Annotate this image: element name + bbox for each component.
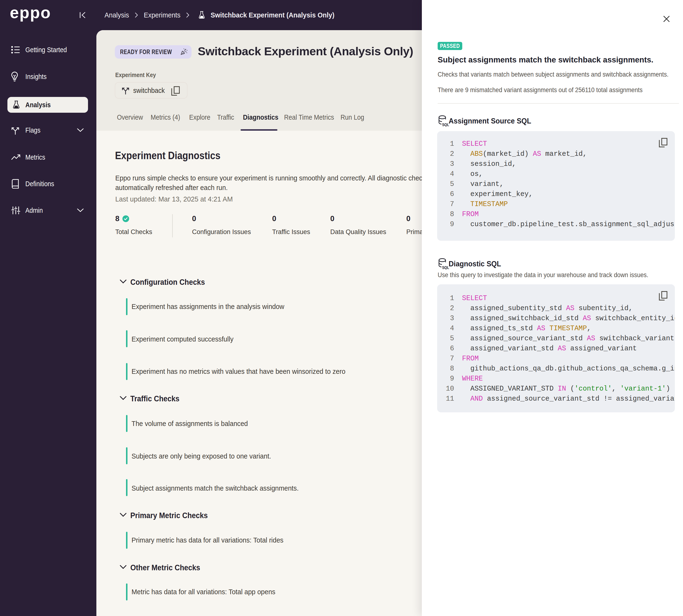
svg-text:SQL: SQL — [442, 123, 449, 127]
svg-text:SQL: SQL — [442, 265, 449, 269]
